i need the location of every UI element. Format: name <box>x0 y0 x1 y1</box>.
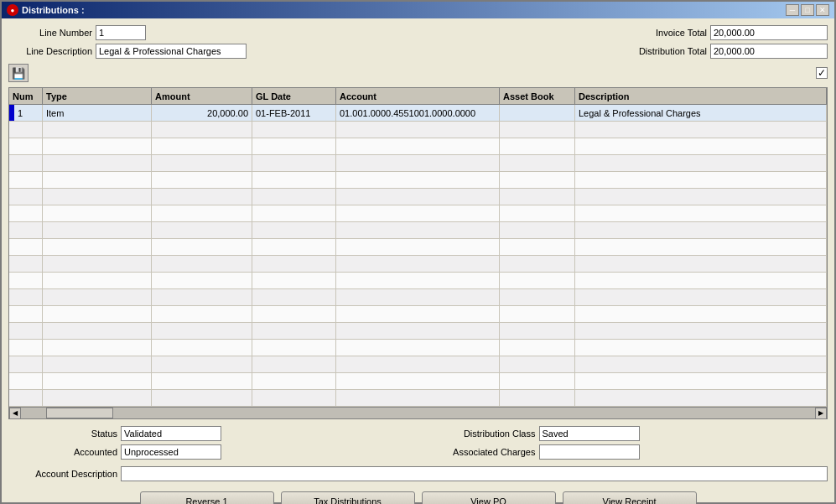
table-row[interactable] <box>9 172 827 189</box>
table-row[interactable] <box>9 122 827 138</box>
table-row[interactable] <box>9 189 827 205</box>
status-left: Status Accounted <box>8 426 410 460</box>
line-number-input[interactable] <box>96 25 146 40</box>
cell-empty <box>575 205 827 221</box>
cell-empty <box>575 306 827 322</box>
col-header-gldate: GL Date <box>252 88 336 104</box>
dist-class-row: Distribution Class <box>427 426 828 441</box>
title-controls[interactable]: ─ □ ✕ <box>786 4 829 16</box>
table-header: Num Type Amount GL Date Account Asset Bo… <box>9 88 827 105</box>
view-po-button[interactable]: View PO <box>422 491 556 504</box>
cell-empty <box>336 340 500 356</box>
cell-empty <box>500 356 575 372</box>
table-row[interactable]: 1 Item 20,000.00 01-FEB-2011 01.001.0000… <box>9 105 827 122</box>
scroll-thumb[interactable] <box>46 408 113 418</box>
cell-empty <box>152 222 252 238</box>
table-row[interactable] <box>9 256 827 273</box>
dist-class-label: Distribution Class <box>427 429 536 439</box>
cell-empty <box>152 138 252 154</box>
cell-empty <box>500 189 575 205</box>
close-button[interactable]: ✕ <box>816 4 829 16</box>
line-desc-row: Line Description <box>8 44 247 59</box>
checkbox[interactable]: ✓ <box>816 67 828 79</box>
cell-empty <box>43 122 152 138</box>
cell-empty <box>252 138 336 154</box>
assoc-charges-input[interactable] <box>539 444 640 460</box>
cell-empty <box>575 239 827 255</box>
line-number-row: Line Number <box>8 25 247 40</box>
scroll-right-button[interactable]: ▶ <box>815 408 827 419</box>
cell-empty <box>500 205 575 221</box>
cell-empty <box>43 323 152 339</box>
cell-empty <box>575 138 827 154</box>
status-row: Status <box>8 426 410 441</box>
cell-empty <box>43 306 152 322</box>
scroll-left-button[interactable]: ◀ <box>9 408 21 419</box>
cell-empty <box>9 289 43 305</box>
cell-empty <box>500 273 575 288</box>
reverse-button[interactable]: Reverse 1 <box>140 491 274 504</box>
cell-empty <box>575 222 827 238</box>
cell-empty <box>252 273 336 288</box>
col-header-description: Description <box>575 88 827 104</box>
cell-empty <box>43 138 152 154</box>
cell-empty <box>9 340 43 356</box>
checkbox-area: ✓ <box>816 67 828 79</box>
save-icon-button[interactable]: 💾 <box>8 64 29 82</box>
cell-empty <box>43 273 152 288</box>
col-header-num: Num <box>9 88 43 104</box>
cell-empty <box>9 323 43 339</box>
minimize-button[interactable]: ─ <box>786 4 799 16</box>
assoc-charges-row: Associated Charges <box>427 444 828 460</box>
table-row[interactable] <box>9 239 827 256</box>
table-row[interactable] <box>9 222 827 239</box>
table-row[interactable] <box>9 289 827 306</box>
table-row[interactable] <box>9 138 827 155</box>
cell-empty <box>336 390 500 406</box>
table-row[interactable] <box>9 273 827 289</box>
view-receipt-button[interactable]: View Receipt <box>563 491 697 504</box>
cell-empty <box>500 172 575 188</box>
table-row[interactable] <box>9 205 827 222</box>
account-desc-input[interactable] <box>121 466 828 481</box>
status-input[interactable] <box>121 426 221 441</box>
table-body: 1 Item 20,000.00 01-FEB-2011 01.001.0000… <box>9 105 827 407</box>
cell-empty <box>152 239 252 255</box>
cell-empty <box>336 273 500 288</box>
table-row[interactable] <box>9 323 827 340</box>
line-desc-input[interactable] <box>96 44 247 59</box>
accounted-input[interactable] <box>121 444 221 460</box>
cell-empty <box>152 306 252 322</box>
cell-empty <box>336 155 500 171</box>
distribution-total-input[interactable] <box>710 44 828 59</box>
cell-empty <box>152 273 252 288</box>
cell-empty <box>336 122 500 138</box>
cell-empty <box>252 172 336 188</box>
line-desc-label: Line Description <box>8 46 92 56</box>
table-row[interactable] <box>9 356 827 373</box>
table-row[interactable] <box>9 155 827 172</box>
table-row[interactable] <box>9 340 827 356</box>
cell-empty <box>9 172 43 188</box>
cell-empty <box>43 155 152 171</box>
distributions-table: Num Type Amount GL Date Account Asset Bo… <box>8 87 828 419</box>
table-row[interactable] <box>9 390 827 407</box>
invoice-total-input[interactable] <box>710 25 828 40</box>
tax-distributions-button[interactable]: Tax Distributions <box>281 491 415 504</box>
distribution-total-label: Distribution Total <box>623 46 707 56</box>
cell-empty <box>9 155 43 171</box>
cell-empty <box>43 373 152 389</box>
title-bar-left: ● Distributions : <box>7 4 85 16</box>
cell-empty <box>252 306 336 322</box>
dist-class-input[interactable] <box>539 426 640 441</box>
cell-empty <box>152 356 252 372</box>
cell-empty <box>575 273 827 288</box>
table-row[interactable] <box>9 373 827 390</box>
scroll-track[interactable] <box>21 408 815 418</box>
cell-empty <box>152 122 252 138</box>
horizontal-scrollbar[interactable]: ◀ ▶ <box>9 407 827 418</box>
cell-empty <box>336 189 500 205</box>
maximize-button[interactable]: □ <box>801 4 814 16</box>
cell-description: Legal & Professional Charges <box>575 105 827 121</box>
table-row[interactable] <box>9 306 827 323</box>
